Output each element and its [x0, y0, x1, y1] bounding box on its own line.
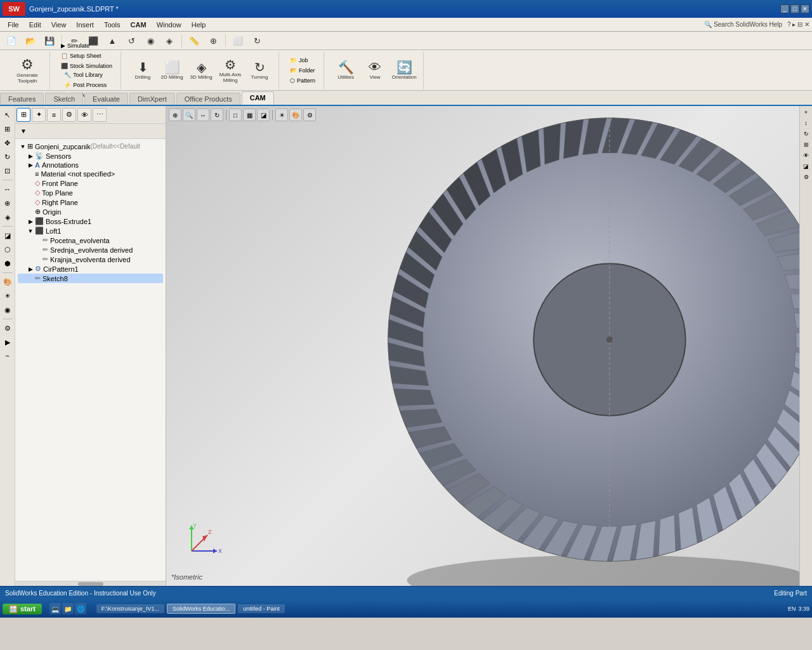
render-btn[interactable]: ☀ [1, 289, 14, 302]
panel-tab-properties[interactable]: ✦ [32, 108, 46, 122]
relation-btn[interactable]: ⊕ [1, 197, 14, 209]
simulate-btn[interactable]: ▶ Simulate [58, 41, 115, 50]
taskbar-item-1[interactable]: F:\Konstruisanje_IV1... [96, 604, 164, 613]
color-btn[interactable]: 🎨 [289, 109, 302, 121]
settings-btn[interactable]: ⚙ [303, 109, 316, 121]
milling-2d-btn[interactable]: ⬜ 2D Milling [158, 56, 186, 84]
minimize-button[interactable]: _ [780, 4, 789, 13]
close-button[interactable]: ✕ [801, 4, 809, 13]
start-button[interactable]: 🪟 start [3, 604, 42, 614]
menu-cam[interactable]: CAM [126, 20, 152, 30]
utilities-btn[interactable]: 🔨 Utilities [332, 56, 360, 84]
save-btn[interactable]: 💾 [41, 32, 58, 49]
boss-expand[interactable]: ▶ [27, 218, 34, 225]
tree-cirpattern[interactable]: ▶ ⚙ CirPattern1 [18, 264, 163, 274]
wireframe-view-btn[interactable]: □ [229, 109, 242, 121]
tab-evaluate[interactable]: Evaluate [84, 93, 128, 105]
new-btn[interactable]: 📄 [3, 32, 20, 49]
panel-tab-more[interactable]: ⋯ [93, 108, 107, 122]
taskbar-item-2[interactable]: SolidWorks Educatio... [167, 604, 235, 614]
zoom-fit-btn[interactable]: ⊕ [169, 109, 181, 121]
open-btn[interactable]: 📂 [22, 32, 39, 49]
tree-pocetna[interactable]: ▶ ✏ Pocetna_evolventa [18, 235, 163, 245]
cirpattern-expand[interactable]: ▶ [27, 265, 34, 273]
sensors-expand[interactable]: ▶ [27, 152, 34, 160]
folder-btn[interactable]: 📂 Folder [287, 66, 318, 75]
quick-launch-1[interactable]: 💻 [49, 603, 61, 614]
root-expand-icon[interactable]: ▼ [19, 143, 27, 150]
tree-loft1[interactable]: ▼ ⬛ Loft1 [18, 226, 163, 235]
zoom-all-btn[interactable]: ⊞ [1, 123, 14, 135]
tree-krajnja[interactable]: ▶ ✏ Krajnja_evolventa derived [18, 255, 163, 264]
turning-btn[interactable]: ↻ Turning [246, 56, 273, 84]
panel-tab-cam[interactable]: ⚙ [62, 108, 76, 122]
tree-right-plane[interactable]: ▶ ◇ Right Plane [18, 197, 163, 207]
tree-top-plane[interactable]: ▶ ◇ Top Plane [18, 188, 163, 197]
menu-window[interactable]: Window [152, 20, 187, 30]
rsb-zoom-btn[interactable]: + [801, 107, 811, 117]
view-front[interactable]: ⬜ [229, 32, 247, 49]
shaded-btn[interactable]: ⬢ [1, 257, 14, 270]
orientation-btn[interactable]: 🔄 Orientation [390, 56, 418, 84]
tab-features[interactable]: Features [0, 93, 44, 105]
tree-sensors[interactable]: ▶ 📡 Sensors [18, 151, 163, 161]
tree-front-plane[interactable]: ▶ ◇ Front Plane [18, 178, 163, 188]
taskbar-item-3[interactable]: untitled - Paint [238, 604, 285, 613]
panel-tab-config[interactable]: ≡ [47, 108, 61, 122]
rsb-view-btn[interactable]: 👁 [801, 150, 811, 161]
shaded-view-btn[interactable]: ▦ [243, 109, 256, 121]
tree-root[interactable]: ▼ ⊞ Gonjeni_zupcanik (Default<<Default [18, 142, 163, 151]
panel-tab-display[interactable]: 👁 [77, 108, 91, 122]
tab-sketch[interactable]: Sketch [45, 93, 83, 105]
multi-axis-btn[interactable]: ⚙ Multi-Axis Milling [216, 56, 244, 84]
panel-resize-handle[interactable] [163, 106, 166, 586]
menu-edit[interactable]: Edit [24, 20, 46, 30]
stock-sim-btn[interactable]: ⬛ Stock Simulation [58, 62, 115, 70]
menu-view[interactable]: View [46, 20, 72, 30]
search-bar[interactable]: 🔍 Search SolidWorks Help [704, 21, 787, 28]
menu-help[interactable]: Help [187, 20, 211, 30]
pan-view-btn[interactable]: ↔ [197, 109, 209, 121]
tree-srednja[interactable]: ▶ ✏ Srednja_evolventa derived [18, 245, 163, 255]
rsb-fit-btn[interactable]: ⊞ [801, 140, 811, 150]
dimension-btn[interactable]: ↔ [1, 183, 14, 196]
revolve-btn[interactable]: ↺ [122, 32, 140, 49]
post-process-btn[interactable]: ⚡ Post Process [61, 81, 112, 90]
pattern-btn[interactable]: ⬡ Pattern [287, 76, 318, 85]
milling-3d-btn[interactable]: ◈ 3D Milling [187, 56, 215, 84]
rotate-view-btn[interactable]: ↻ [211, 109, 223, 121]
tree-boss-extrude[interactable]: ▶ ⬛ Boss-Extrude1 [18, 216, 163, 226]
rsb-settings-btn[interactable]: ⚙ [801, 172, 811, 182]
tab-office[interactable]: Office Products [176, 93, 240, 105]
model-items-btn[interactable]: ◈ [1, 211, 14, 223]
section-view-btn[interactable]: ◪ [1, 229, 14, 242]
annotations-expand[interactable]: ▶ [27, 161, 34, 169]
rotate-btn[interactable]: ↻ [1, 150, 14, 163]
generate-toolpath-btn[interactable]: ⚙ Generate Toolpath [10, 55, 44, 86]
3d-viewport[interactable]: ⊕ 🔍 ↔ ↻ □ ▦ ◪ ☀ 🎨 ⚙ [166, 106, 799, 586]
cam-tool-btn[interactable]: ⚙ [1, 322, 14, 335]
tree-material[interactable]: ▶ ≡ Material <not specified> [18, 169, 163, 178]
3d-texture-btn[interactable]: ◉ [1, 303, 14, 316]
tree-origin[interactable]: ▶ ⊕ Origin [18, 207, 163, 216]
flow-sim-btn[interactable]: ~ [1, 350, 14, 362]
mate-btn[interactable]: ⊕ [204, 32, 222, 49]
menu-insert[interactable]: Insert [71, 20, 99, 30]
filter-btn[interactable]: ▼ [18, 126, 29, 137]
view-btn[interactable]: 👁 View [361, 56, 389, 84]
quick-launch-2[interactable]: 📁 [62, 603, 74, 614]
panel-scrollbar[interactable] [15, 581, 166, 586]
quick-launch-3[interactable]: 🌐 [75, 603, 86, 614]
rsb-pan-btn[interactable]: ↕ [801, 118, 811, 128]
section-view-btn2[interactable]: ◪ [257, 109, 270, 121]
setup-sheet-btn[interactable]: 📋 Setup Sheet [58, 51, 115, 60]
tab-cam[interactable]: CAM [242, 91, 274, 105]
pan-btn[interactable]: ✥ [1, 136, 14, 149]
panel-tab-feature-tree[interactable]: ⊞ [16, 108, 30, 122]
loft1-expand[interactable]: ▼ [27, 227, 34, 235]
tree-annotations[interactable]: ▶ A Annotations [18, 161, 163, 169]
select-tool-btn[interactable]: ↖ [1, 109, 14, 121]
menu-file[interactable]: File [3, 20, 24, 30]
view-rotate[interactable]: ↻ [248, 32, 266, 49]
maximize-button[interactable]: □ [790, 4, 799, 13]
